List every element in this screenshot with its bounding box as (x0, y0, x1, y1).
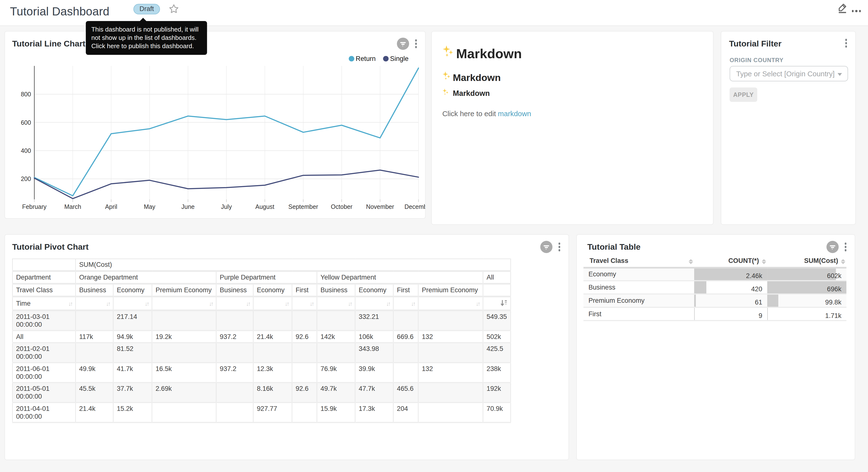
pivot-value-cell: 332.21 (355, 311, 393, 331)
pivot-value-cell (418, 343, 483, 363)
pivot-value-cell (152, 343, 216, 363)
markdown-panel: Markdown Markdown Markdown Click here to… (431, 31, 714, 225)
x-axis-label: September (288, 203, 318, 210)
sort-icon[interactable]: ↓↑ (106, 300, 110, 307)
apply-button[interactable]: APPLY (730, 88, 757, 102)
pivot-value-cell: 47.7k (355, 383, 393, 403)
sort-desc-icon[interactable] (500, 300, 507, 308)
pivot-row-label: All (12, 331, 75, 343)
pivot-value-cell: 937.2 (216, 331, 253, 343)
x-axis-label: December (404, 203, 426, 210)
pivot-value-cell: 117k (75, 331, 113, 343)
y-axis-label: 400 (21, 147, 31, 154)
pivot-value-cell (216, 383, 253, 403)
pivot-sort-cell: ↓↑ (355, 296, 393, 311)
pivot-value-cell: 92.6 (292, 383, 317, 403)
sort-carets-icon[interactable] (688, 258, 693, 264)
pivot-row-label: 2011-03-0100:00:00 (12, 311, 75, 331)
pivot-row-label: 2011-06-0100:00:00 (12, 363, 75, 383)
table-row: Premium Economy6199.8k (583, 294, 846, 307)
pivot-value-cell: 502k (483, 331, 510, 343)
table-row: Economy2.46k602k (583, 268, 846, 281)
pivot-value-cell (253, 311, 292, 331)
y-axis-label: 600 (21, 119, 31, 126)
cross-filter-icon[interactable] (540, 241, 552, 253)
pivot-sort-cell: ↓↑ (75, 296, 113, 311)
sort-icon[interactable]: ↓↑ (348, 300, 351, 307)
pivot-col-header: Business (75, 284, 113, 296)
pivot-time-header: Time↓↑ (12, 296, 75, 311)
pivot-row-label: 2011-05-0100:00:00 (12, 383, 75, 403)
origin-country-select[interactable]: Type or Select [Origin Country] (730, 66, 848, 81)
pivot-sort-cell: ↓↑ (292, 296, 317, 311)
pivot-value-cell: 41.7k (113, 363, 152, 383)
header-more-menu-icon[interactable] (851, 10, 861, 12)
table-cell-count: 420 (694, 281, 767, 294)
pivot-value-cell: 8.16k (253, 383, 292, 403)
pivot-col-header: First (292, 284, 317, 296)
pivot-value-cell: 49.9k (75, 363, 113, 383)
x-axis-label: April (105, 203, 117, 210)
pivot-chart-title: Tutorial Pivot Chart (12, 242, 89, 251)
sort-icon[interactable]: ↓↑ (246, 300, 250, 307)
table-cell-class: Economy (583, 268, 694, 281)
table-row: First91.71k (583, 307, 846, 321)
sort-icon[interactable]: ↓↑ (68, 300, 72, 307)
table-cell-class: First (583, 307, 694, 321)
table-header-row: Travel ClassCOUNT(*)SUM(Cost) (583, 255, 846, 268)
sort-icon[interactable]: ↓↑ (285, 300, 288, 307)
markdown-heading-3: Markdown (442, 88, 490, 98)
chart-kebab-menu-icon[interactable] (557, 242, 561, 253)
filter-kebab-menu-icon[interactable] (844, 38, 848, 49)
pivot-value-cell (152, 311, 216, 331)
sort-carets-icon[interactable] (841, 258, 845, 264)
table-cell-count: 9 (694, 307, 767, 321)
cross-filter-icon[interactable] (826, 241, 838, 253)
pivot-col-header: Premium Economy (152, 284, 216, 296)
table-column-header[interactable]: SUM(Cost) (767, 255, 846, 268)
pivot-row-label: 2011-02-0100:00:00 (12, 343, 75, 363)
pivot-row: Time↓↑↓↑↓↑↓↑↓↑↓↑↓↑↓↑↓↑↓↑↓↑ (12, 296, 510, 311)
pivot-value-cell: 132 (418, 363, 483, 383)
table-column-header[interactable]: COUNT(*) (694, 255, 767, 268)
pivot-value-cell (418, 383, 483, 403)
pivot-value-cell (394, 363, 418, 383)
pivot-row: SUM(Cost) (12, 259, 510, 271)
sort-icon[interactable]: ↓↑ (209, 300, 213, 307)
markdown-edit-link[interactable]: markdown (498, 110, 531, 118)
table-cell-sum: 1.71k (767, 307, 846, 321)
pivot-metric-header: SUM(Cost) (75, 259, 510, 271)
chevron-down-icon (837, 73, 842, 76)
pivot-sort-cell: ↓↑ (317, 296, 355, 311)
sort-icon[interactable]: ↓↑ (386, 300, 390, 307)
pivot-sort-cell: ↓↑ (394, 296, 418, 311)
favorite-star-icon[interactable] (169, 4, 179, 14)
pivot-value-cell: 15.9k (317, 403, 355, 422)
sort-icon[interactable]: ↓↑ (145, 300, 148, 307)
table-column-header[interactable]: Travel Class (583, 255, 694, 268)
draft-badge[interactable]: Draft (133, 4, 160, 14)
pivot-value-cell (216, 403, 253, 422)
pivot-col-header: Premium Economy (418, 284, 483, 296)
draft-tooltip: This dashboard is not published, it will… (86, 21, 207, 55)
table-row: Business420696k (583, 281, 846, 294)
pivot-value-cell: 937.2 (216, 363, 253, 383)
edit-pencil-icon[interactable] (837, 2, 848, 14)
sort-icon[interactable]: ↓↑ (411, 300, 415, 307)
pivot-value-cell: 2.69k (152, 383, 216, 403)
pivot-value-cell: 45.5k (75, 383, 113, 403)
sort-carets-icon[interactable] (762, 258, 766, 264)
pivot-cell (12, 259, 75, 271)
sort-icon[interactable]: ↓↑ (476, 300, 479, 307)
chart-kebab-menu-icon[interactable] (843, 242, 847, 253)
select-placeholder: Type or Select [Origin Country] (736, 70, 835, 78)
pivot-value-cell: 669.6 (394, 331, 418, 343)
y-axis-label: 800 (21, 91, 31, 97)
pivot-value-cell: 204 (394, 403, 418, 422)
pivot-row: Travel ClassBusinessEconomyPremium Econo… (12, 284, 510, 296)
sort-icon[interactable]: ↓↑ (310, 300, 313, 307)
pivot-value-cell (152, 403, 216, 422)
pivot-chart-panel: Tutorial Pivot Chart SUM(Cost)Department… (4, 234, 569, 460)
pivot-sort-cell: ↓↑ (216, 296, 253, 311)
line-chart-panel: Tutorial Line Chart ReturnSingle Februar… (4, 31, 426, 218)
